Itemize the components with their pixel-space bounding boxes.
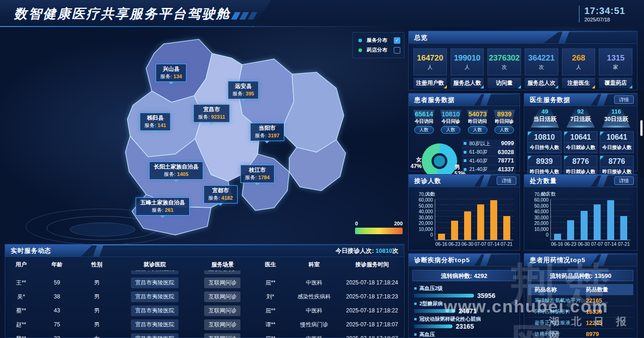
disease-summary: 流转病种数:4292 bbox=[412, 270, 516, 281]
age-group-row: 41-60岁78771 bbox=[462, 157, 516, 165]
chart-bar-slot bbox=[604, 199, 617, 240]
overview-stat-unit: 次 bbox=[502, 64, 507, 71]
doctor-active-label: 当日活跃 bbox=[527, 115, 563, 123]
age-group-label: 41-60岁 bbox=[469, 157, 498, 164]
table-cell: 男 bbox=[77, 321, 117, 329]
medicine-quantity: 16339 bbox=[586, 309, 602, 315]
map-label: 秭归县服务:141 bbox=[140, 113, 171, 131]
chart-bar[interactable] bbox=[567, 220, 574, 240]
legend-checkbox[interactable]: ✓ bbox=[394, 37, 400, 44]
chart-y-tick: 0 bbox=[546, 232, 548, 237]
table-cell: 宜昌市夷陵医院 bbox=[117, 270, 193, 274]
patient-stat-value: 65614 bbox=[411, 110, 438, 118]
chart-bar[interactable] bbox=[594, 204, 601, 240]
donut-female-label: 女 47% bbox=[411, 156, 422, 169]
table-cell: 魏** bbox=[5, 335, 37, 338]
doctor-active-label: 7日活跃 bbox=[563, 115, 599, 123]
chart-x-tick: 06-30 bbox=[577, 242, 590, 247]
disease-bar bbox=[414, 309, 455, 313]
legend-item-service[interactable]: 服务分布✓ bbox=[356, 35, 400, 45]
age-group-row: 80岁以上9099 bbox=[462, 140, 516, 148]
disease-bar-row: 24671 bbox=[414, 307, 514, 315]
panel-prescriptions-chart: 处方数量 详情 处方数010,00020,00030,00040,00050,0… bbox=[524, 174, 637, 250]
doctor-active-label: 30日活跃 bbox=[598, 115, 634, 123]
table-cell: 宜昌市夷陵医院 bbox=[117, 291, 193, 302]
scene-pill: 互联网问诊 bbox=[204, 277, 240, 288]
chart-bar[interactable] bbox=[620, 216, 627, 240]
chart-bar-slot bbox=[551, 199, 564, 240]
chart-bar[interactable] bbox=[438, 234, 445, 240]
chart-y-axis-label: 人数 bbox=[425, 191, 516, 197]
table-cell: 屈** bbox=[253, 279, 288, 287]
doctor-stat-value: 10810 bbox=[529, 133, 560, 143]
chart-bar-slot bbox=[577, 199, 591, 240]
chart-x-tick: 07-14 bbox=[487, 242, 500, 247]
chart-bar[interactable] bbox=[581, 211, 588, 240]
scrollbar-handle[interactable] bbox=[640, 120, 643, 136]
map-label-value: 服务:134 bbox=[160, 73, 182, 80]
panel-patient-service: 患者服务数据 65614今日访问人数10810今日问诊人数54073昨日访问人数… bbox=[408, 93, 520, 171]
overview-stat-box: 164720人 bbox=[413, 48, 447, 75]
medicine-name: 阿司匹林肠溶片 bbox=[528, 308, 586, 315]
medicine-row: 藿香正气口服液12245 bbox=[528, 318, 633, 329]
chart-bar[interactable] bbox=[464, 211, 471, 240]
hospital-pill: 宜昌市夷陵医院 bbox=[131, 277, 178, 288]
age-group-value: 9099 bbox=[501, 140, 514, 147]
chart-bar[interactable] bbox=[554, 234, 561, 240]
chart-plot-area: 010,00020,00030,00040,00050,00060,00070,… bbox=[435, 199, 513, 240]
table-cell: 屈** bbox=[253, 335, 288, 338]
chart-bar[interactable] bbox=[490, 200, 497, 240]
disease-bar bbox=[414, 294, 474, 297]
legend-checkbox[interactable] bbox=[394, 47, 400, 54]
doctor-title: 医生服务数据 bbox=[530, 96, 570, 104]
disease-bullet-icon bbox=[414, 303, 417, 305]
chart-bar-slot bbox=[591, 199, 604, 240]
table-cell: 慢性病门诊 bbox=[288, 321, 340, 329]
prescriptions-detail-button[interactable]: 详情 bbox=[614, 176, 634, 185]
chart-y-tick: 0 bbox=[430, 232, 433, 237]
table-row: 魏**33女宜昌市夷陵医院互联网问诊屈**中医科2025-07-18 17:18… bbox=[5, 331, 404, 338]
overview-stat-value: 1315 bbox=[607, 54, 624, 63]
table-header-cell: 医生 bbox=[253, 261, 288, 269]
table-row: 蔡**43男宜昌市夷陵医院互联网问诊屈**中医科2025-07-18 17:18… bbox=[5, 304, 404, 318]
chart-bar[interactable] bbox=[477, 204, 484, 240]
chart-bars bbox=[435, 199, 513, 240]
chart-x-tick: 07-07 bbox=[474, 242, 487, 247]
patient-stat-value: 10810 bbox=[438, 110, 465, 118]
map-label-value: 服务:4182 bbox=[208, 195, 233, 202]
map-label-value: 服务:1784 bbox=[245, 174, 270, 181]
legend-label: 药店分布 bbox=[367, 47, 394, 54]
map-label-name: 当阳市 bbox=[255, 124, 280, 132]
table-cell: 吴* bbox=[5, 293, 37, 301]
panel-disease-top5: 诊断疾病分析top5 流转病种数:4292 高血压2级359562型糖尿病246… bbox=[408, 253, 520, 338]
chart-x-tick: 07-14 bbox=[604, 242, 617, 247]
top-header-bar: 数智健康医疗共享服务平台驾驶舱 17:34:51 2025/07/18 bbox=[0, 0, 644, 27]
chart-bars bbox=[551, 199, 630, 240]
overview-stat-value: 199010 bbox=[454, 54, 480, 63]
patient-stat-unit-pill: 人数 bbox=[414, 126, 434, 134]
patient-stat: 10810今日问诊人数 bbox=[438, 109, 465, 137]
overview-stat-card: 199010人服务总人数 bbox=[451, 48, 484, 88]
map-region-dangyang[interactable] bbox=[285, 72, 344, 152]
panel-overview: 总览 164720人注册用户数199010人服务总人数2376302次访问量36… bbox=[408, 31, 637, 90]
map-label: 兴山县服务:134 bbox=[156, 64, 186, 82]
prescriptions-chart-title: 处方数量 bbox=[530, 177, 557, 185]
chart-bar[interactable] bbox=[503, 216, 510, 240]
table-cell: 2025-07-18 17:18:23 bbox=[340, 293, 404, 300]
table-cell: 男 bbox=[77, 279, 117, 287]
map-label: 宜都市服务:4182 bbox=[204, 185, 238, 203]
overview-stat-value: 268 bbox=[572, 54, 585, 63]
patient-stat-unit-pill: 人数 bbox=[441, 126, 460, 134]
doctor-detail-button[interactable]: 详情 bbox=[614, 95, 634, 104]
chart-y-tick: 70,000 bbox=[534, 192, 548, 197]
chart-x-tick: 06-23 bbox=[564, 242, 577, 247]
overview-stat-card: 164720人注册用户数 bbox=[413, 48, 447, 88]
legend-item-pharmacy[interactable]: 药店分布 bbox=[356, 45, 400, 55]
chart-bar[interactable] bbox=[607, 200, 614, 240]
table-cell: 2025-07-18 17:18:22 bbox=[340, 307, 404, 314]
overview-stat-value: 2376302 bbox=[489, 54, 520, 63]
visits-detail-button[interactable]: 详情 bbox=[497, 176, 516, 185]
chart-bar[interactable] bbox=[451, 221, 458, 240]
table-header-cell: 科室 bbox=[288, 261, 340, 269]
age-group-row: 61-80岁63028 bbox=[462, 149, 516, 157]
